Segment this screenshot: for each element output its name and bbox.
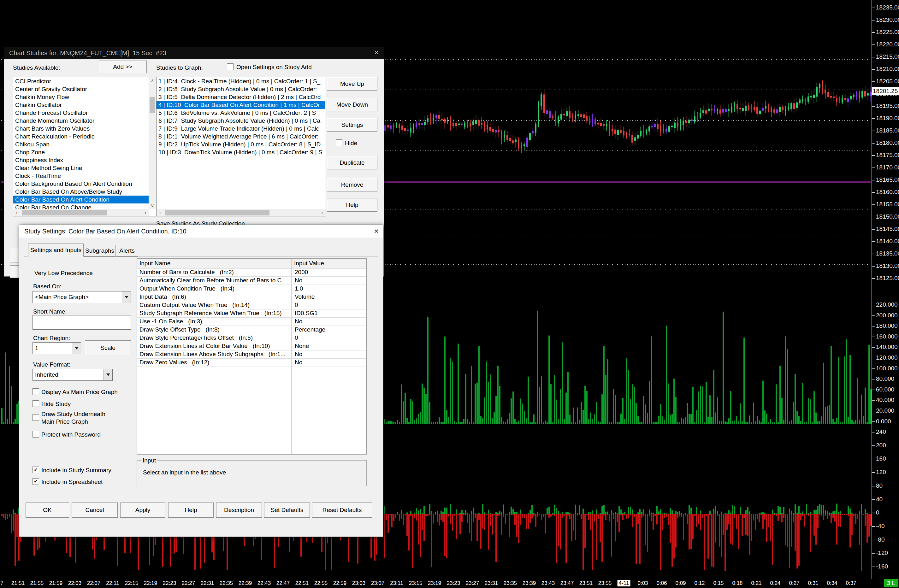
input-row[interactable]: Study Subgraph Reference Value When True… [137, 309, 366, 318]
based-on-select[interactable]: <Main Price Graph> [32, 291, 131, 303]
include-in-spreadsheet-checkbox[interactable]: ✔ [32, 478, 39, 485]
price-scale-label: 18165.00 [876, 176, 899, 183]
graph-study-item[interactable]: 4 | ID:10 Color Bar Based On Alert Condi… [156, 101, 325, 109]
hide-checkbox[interactable] [336, 139, 342, 146]
available-studies-listbox[interactable]: CCI PredictorCenter of Gravity Oscillato… [13, 77, 156, 216]
available-study-item[interactable]: Color Bar Based On Above/Below Study [13, 188, 149, 196]
ok-button[interactable]: OK [26, 503, 69, 518]
available-study-item[interactable]: Center of Gravity Oscillator [13, 85, 149, 93]
available-study-item[interactable]: Chaikin Money Flow [13, 93, 149, 101]
available-study-item[interactable]: Chop Zone [13, 148, 149, 156]
cancel-button[interactable]: Cancel [72, 503, 118, 518]
input-row[interactable]: Draw Extension Lines at Color Bar Value … [137, 342, 366, 350]
hide-study-checkbox[interactable] [32, 400, 39, 407]
chart-studies-title-bar[interactable]: Chart Studies for: MNQM24_FUT_CME[M] 15 … [4, 47, 384, 59]
available-study-item[interactable]: Chande Momentum Oscillator [13, 117, 149, 125]
available-study-item[interactable]: Color Bar Based On Change [13, 204, 149, 209]
available-study-item[interactable]: CCI Predictor [13, 77, 149, 85]
checkbox-label: Protect with Password [41, 431, 100, 438]
move-down-button[interactable]: Move Down [327, 98, 377, 111]
set-defaults-button[interactable]: Set Defaults [264, 503, 310, 518]
price-scale-label: 18155.00 [876, 201, 899, 208]
graph-study-item[interactable]: 7 | ID:9 Large Volume Trade Indicator (H… [156, 125, 325, 133]
axis-tick [872, 486, 875, 486]
study-settings-title-bar[interactable]: Study Settings: Color Bar Based On Alert… [19, 225, 383, 238]
graph-study-item[interactable]: 1 | ID:4 Clock - RealTime (Hidden) | 0 m… [156, 77, 325, 85]
tab-alerts[interactable]: Alerts [116, 245, 138, 257]
graph-study-item[interactable]: 8 | ID:1 Volume Weighted Average Price |… [156, 133, 325, 140]
duplicate-button[interactable]: Duplicate [327, 156, 377, 170]
display-as-main-price-graph-checkbox[interactable] [32, 388, 39, 395]
input-name-cell: Draw Style Offset Type (In:8) [137, 326, 292, 334]
input-row[interactable]: Draw Extension Lines Above Study Subgrap… [137, 350, 366, 359]
available-study-item[interactable]: Chaikin Oscillator [13, 101, 149, 109]
graph-study-item[interactable]: 6 | ID:7 Study Subgraph Absolute Value (… [156, 117, 325, 125]
input-row[interactable]: Output When Condition True (In:4)1.0 [137, 284, 366, 293]
available-study-item[interactable]: Color Bar Based On Alert Condition [13, 196, 149, 204]
available-vertical-scrollbar[interactable]: ∧ ∨ [148, 77, 156, 209]
available-study-item[interactable]: Chart Recalculation - Periodic [13, 133, 149, 140]
graph-study-item[interactable]: 2 | ID:8 Study Subgraph Absolute Value |… [156, 85, 325, 93]
graph-study-item[interactable]: 3 | ID:5 Delta Dominance Detector (Hidde… [156, 93, 325, 101]
input-row[interactable]: Input Data (In:6)Volume [137, 293, 366, 301]
study-settings-dialog: Study Settings: Color Bar Based On Alert… [19, 225, 383, 537]
chevron-down-icon[interactable] [103, 369, 112, 380]
graph-study-item[interactable]: 10 | ID:3 DownTick Volume (Hidden) | 0 m… [156, 148, 325, 156]
tab-settings-and-inputs[interactable]: Settings and Inputs [28, 244, 83, 257]
scroll-left-icon[interactable]: ‹ [13, 209, 20, 216]
open-settings-checkbox[interactable] [227, 63, 233, 70]
reset-defaults-button[interactable]: Reset Defaults [312, 503, 372, 518]
scroll-right-icon[interactable]: › [319, 209, 326, 216]
input-row[interactable]: Draw Style Percentage/Ticks Offset (In:5… [137, 334, 366, 342]
input-row[interactable]: Custom Output Value When True (In:14)0 [137, 301, 366, 309]
time-label: 23:51 [579, 580, 593, 586]
date-label: 4-11 [618, 580, 630, 586]
inputs-table[interactable]: Input Name Input Value Number of Bars to… [137, 258, 367, 455]
scroll-down-icon[interactable]: ∨ [149, 202, 156, 209]
available-study-item[interactable]: Chart Bars with Zero Values [13, 125, 149, 133]
move-up-button[interactable]: Move Up [327, 77, 377, 91]
description-button[interactable]: Description [216, 503, 262, 518]
available-study-item[interactable]: Clear Method Swing Line [13, 164, 149, 172]
close-icon[interactable]: ✕ [370, 49, 383, 57]
price-scale-label: 0.000 [876, 418, 891, 425]
graph-horizontal-scrollbar[interactable]: ‹ › [156, 209, 326, 216]
input-row[interactable]: Use -1 On False (In:3)No [137, 317, 366, 326]
available-horizontal-scrollbar[interactable]: ‹ › [13, 209, 149, 216]
include-in-study-summary-checkbox[interactable]: ✔ [32, 466, 39, 473]
chevron-down-icon[interactable] [72, 343, 81, 354]
scale-button[interactable]: Scale [85, 340, 131, 355]
input-row[interactable]: Number of Bars to Calculate (In:2)2000 [137, 268, 366, 277]
remove-button[interactable]: Remove [327, 178, 377, 191]
time-label: 23:43 [542, 580, 555, 586]
close-icon[interactable]: ✕ [370, 227, 383, 235]
input-row[interactable]: Automatically Clear from Before 'Number … [137, 276, 366, 285]
scroll-left-icon[interactable]: ‹ [156, 209, 164, 216]
help-button[interactable]: Help [168, 503, 214, 518]
input-row[interactable]: Draw Zero Values (In:12)No [137, 358, 366, 367]
help-button[interactable]: Help [327, 198, 377, 211]
scroll-up-icon[interactable]: ∧ [149, 77, 156, 84]
price-scale-label: 100.000 [876, 365, 898, 372]
scroll-right-icon[interactable]: › [142, 209, 149, 216]
value-format-select[interactable]: Inherited [32, 369, 113, 381]
available-study-item[interactable]: Clock - RealTime [13, 172, 149, 180]
add-button[interactable]: Add >> [99, 60, 147, 73]
studies-to-graph-listbox[interactable]: 1 | ID:4 Clock - RealTime (Hidden) | 0 m… [156, 77, 326, 216]
chevron-down-icon[interactable] [122, 292, 131, 303]
available-study-item[interactable]: Color Background Based On Alert Conditio… [13, 180, 149, 188]
protect-with-password-checkbox[interactable] [32, 431, 39, 438]
apply-button[interactable]: Apply [120, 503, 165, 518]
available-study-item[interactable]: Chande Forecast Oscillator [13, 109, 149, 117]
graph-study-item[interactable]: 9 | ID:2 UpTick Volume (Hidden) | 0 ms |… [156, 140, 325, 148]
graph-study-item[interactable]: 5 | ID:6 BidVolume vs. AskVolume | 0 ms … [156, 109, 325, 117]
axis-tick [872, 278, 875, 279]
tab-subgraphs[interactable]: Subgraphs [84, 245, 116, 257]
short-name-input[interactable] [32, 315, 131, 330]
available-study-item[interactable]: Choppiness Index [13, 156, 149, 164]
chart-region-select[interactable]: 1 [32, 342, 81, 354]
available-study-item[interactable]: Chikou Span [13, 140, 149, 148]
input-row[interactable]: Draw Style Offset Type (In:8)Percentage [137, 326, 366, 334]
draw-study-underneath-checkbox[interactable] [32, 414, 39, 421]
settings-button[interactable]: Settings [327, 118, 377, 131]
